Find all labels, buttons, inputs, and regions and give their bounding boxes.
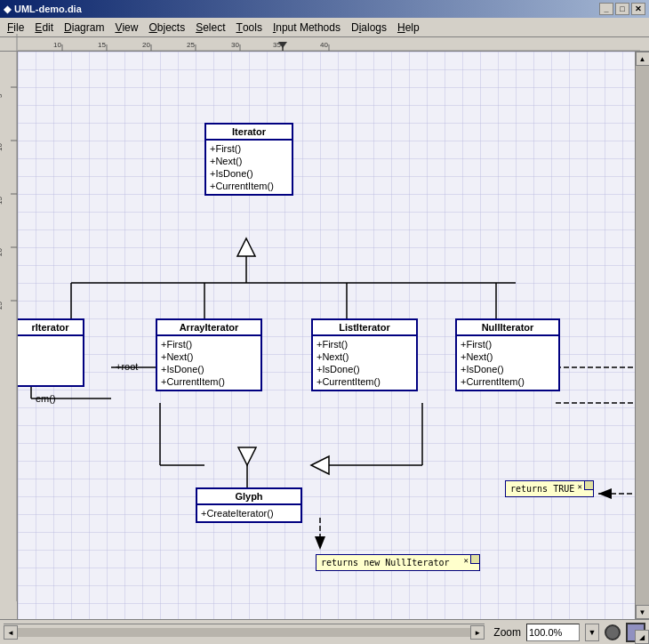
note-returns-null-close[interactable]: ✕ (464, 556, 469, 565)
scroll-track-horizontal[interactable] (18, 628, 470, 637)
class-iterator-body: +First() +Next() +IsDone() +CurrentItem(… (206, 141, 292, 194)
ruler-left: 5 10 15 20 25 (0, 52, 18, 619)
scroll-right-button[interactable]: ► (470, 625, 485, 640)
scroll-down-button[interactable]: ▼ (636, 605, 650, 619)
svg-text:20: 20 (0, 248, 4, 256)
menu-dialogs[interactable]: Dialogs (346, 18, 392, 36)
svg-text:10: 10 (53, 41, 61, 49)
menu-objects[interactable]: Objects (143, 18, 190, 36)
note-returns-true[interactable]: returns TRUE ✕ (505, 480, 594, 497)
zoom-label: Zoom (493, 626, 521, 639)
status-circle-button[interactable] (605, 624, 621, 640)
menu-help[interactable]: Help (392, 18, 425, 36)
svg-text:10: 10 (0, 143, 4, 151)
class-listiterator-title: ListIterator (313, 320, 416, 336)
class-listiterator[interactable]: ListIterator +First() +Next() +IsDone() … (311, 318, 418, 391)
scroll-up-button[interactable]: ▲ (636, 52, 650, 66)
class-iterator-title: Iterator (206, 125, 292, 141)
class-arrayiterator-body: +First() +Next() +IsDone() +CurrentItem(… (157, 336, 260, 390)
class-glyph-title: Glyph (197, 489, 300, 505)
note-returns-null-text: returns new NullIterator (321, 558, 450, 568)
svg-marker-48 (598, 488, 612, 499)
scrollbar-right: ▲ ▼ (635, 52, 649, 619)
titlebar-controls: _ □ ✕ (599, 3, 645, 15)
note-returns-true-close[interactable]: ✕ (578, 482, 582, 491)
close-button[interactable]: ✕ (631, 3, 645, 15)
menu-edit[interactable]: Edit (29, 18, 59, 36)
scroll-left-button[interactable]: ◄ (4, 625, 18, 640)
svg-text:25: 25 (187, 41, 195, 49)
class-iterator[interactable]: Iterator +First() +Next() +IsDone() +Cur… (204, 123, 293, 196)
note-returns-true-text: returns TRUE (510, 484, 574, 494)
statusbar: ◄ ► Zoom ▼ ◢ (0, 619, 649, 644)
zoom-dropdown-button[interactable]: ▼ (585, 624, 599, 641)
class-riterator-title: rIterator (18, 320, 83, 336)
svg-text:15: 15 (98, 41, 106, 49)
titlebar: ◆ UML-demo.dia _ □ ✕ (0, 0, 649, 18)
menu-view[interactable]: View (109, 18, 143, 36)
class-glyph-body: +CreateIterator() (197, 505, 300, 521)
class-nulliterator-body: +First() +Next() +IsDone() +CurrentItem(… (457, 336, 558, 390)
maximize-button[interactable]: □ (615, 3, 629, 15)
class-arrayiterator-title: ArrayIterator (157, 320, 260, 336)
zoom-input[interactable] (526, 624, 580, 641)
app-icon: ◆ (4, 4, 11, 15)
svg-marker-27 (237, 238, 255, 256)
class-nulliterator-title: NullIterator (457, 320, 558, 336)
svg-marker-40 (238, 447, 256, 465)
svg-text:20: 20 (142, 41, 150, 49)
ruler-top: 10 15 20 25 30 35 40 (0, 37, 649, 52)
menu-tools[interactable]: Tools (231, 18, 268, 36)
note-returns-null[interactable]: returns new NullIterator ✕ (316, 554, 480, 571)
class-listiterator-body: +First() +Next() +IsDone() +CurrentItem(… (313, 336, 416, 390)
resize-grip[interactable]: ◢ (635, 630, 649, 644)
class-riterator-body (18, 336, 83, 385)
svg-text:5: 5 (0, 93, 4, 98)
class-riterator[interactable]: rIterator (18, 318, 84, 387)
svg-text:40: 40 (320, 41, 328, 49)
window-title: UML-demo.dia (14, 4, 82, 14)
menubar: File Edit Diagram View Objects Select To… (0, 18, 649, 37)
canvas[interactable]: Iterator +First() +Next() +IsDone() +Cur… (18, 52, 635, 619)
svg-text:30: 30 (231, 41, 239, 49)
scroll-track-right[interactable] (636, 66, 650, 605)
svg-marker-44 (311, 456, 329, 474)
class-glyph[interactable]: Glyph +CreateIterator() (196, 487, 302, 523)
class-nulliterator[interactable]: NullIterator +First() +Next() +IsDone() … (455, 318, 560, 391)
svg-text:15: 15 (0, 197, 4, 205)
svg-text:25: 25 (0, 302, 4, 310)
menu-diagram[interactable]: Diagram (59, 18, 109, 36)
main-area: 5 10 15 20 25 (0, 52, 649, 619)
em-label: em() (36, 393, 56, 404)
root-label: +root (116, 361, 138, 372)
svg-marker-50 (315, 536, 325, 550)
minimize-button[interactable]: _ (599, 3, 613, 15)
menu-input-methods[interactable]: Input Methods (268, 18, 346, 36)
menu-select[interactable]: Select (190, 18, 230, 36)
class-arrayiterator[interactable]: ArrayIterator +First() +Next() +IsDone()… (156, 318, 262, 391)
